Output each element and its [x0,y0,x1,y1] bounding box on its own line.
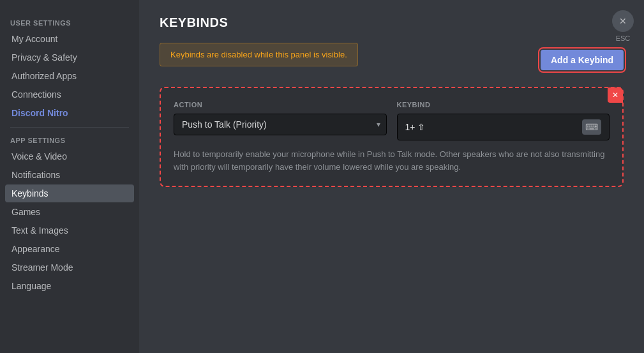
sidebar: USER SETTINGS My Account Privacy & Safet… [0,0,139,353]
top-bar: Keybinds are disabled while this panel i… [160,43,624,77]
sidebar-item-label: Keybinds [11,188,49,199]
warning-banner: Keybinds are disabled while this panel i… [160,43,358,66]
sidebar-item-my-account[interactable]: My Account [5,30,134,48]
sidebar-item-privacy-safety[interactable]: Privacy & Safety [5,49,134,66]
sidebar-item-connections[interactable]: Connections [5,86,134,103]
sidebar-item-notifications[interactable]: Notifications [5,166,134,184]
sidebar-item-voice-video[interactable]: Voice & Video [5,147,134,165]
sidebar-item-label: Streamer Mode [11,262,73,273]
main-content: ✕ ESC KEYBINDS Keybinds are disabled whi… [139,0,644,353]
sidebar-item-discord-nitro[interactable]: Discord Nitro [5,104,134,122]
action-column-label: ACTION [174,101,387,109]
keyboard-icon-button[interactable]: ⌨ [582,119,601,135]
sidebar-item-appearance[interactable]: Appearance [5,240,134,258]
sidebar-item-label: My Account [11,34,57,44]
user-settings-section-label: USER SETTINGS [5,15,134,29]
esc-container: ✕ ESC [612,10,634,42]
sidebar-item-text-images[interactable]: Text & Images [5,222,134,239]
page-title: KEYBINDS [160,15,624,30]
close-button[interactable]: ✕ [612,10,634,32]
sidebar-item-label: Text & Images [11,225,68,236]
sidebar-item-label: Voice & Video [11,151,67,161]
sidebar-item-label: Appearance [11,244,60,254]
sidebar-item-label: Notifications [11,170,60,180]
keybind-column: KEYBIND 1+ ⇧ ⌨ [397,101,610,140]
sidebar-item-label: Connections [11,89,61,100]
action-select[interactable]: Push to Talk (Priority) [174,114,387,135]
keybind-description: Hold to temporarily enable your micropho… [174,148,610,173]
keyboard-icon: ⌨ [585,122,598,132]
keybind-input-wrapper[interactable]: 1+ ⇧ ⌨ [397,114,610,140]
sidebar-item-authorized-apps[interactable]: Authorized Apps [5,67,134,85]
sidebar-item-label: Authorized Apps [11,71,77,81]
sidebar-item-label: Language [11,281,51,291]
keybind-close-icon[interactable]: ✕ [608,87,623,103]
add-keybind-button[interactable]: Add a Keybind [541,50,624,70]
sidebar-divider [10,127,129,128]
keybind-card: ✕ ACTION Push to Talk (Priority) ▾ KEYBI… [160,87,624,187]
sidebar-item-games[interactable]: Games [5,203,134,221]
action-select-wrapper: Push to Talk (Priority) ▾ [174,114,387,135]
sidebar-item-language[interactable]: Language [5,277,134,295]
sidebar-item-label: Games [11,207,40,217]
keybind-card-header: ACTION Push to Talk (Priority) ▾ KEYBIND… [174,101,610,140]
x-icon: ✕ [612,91,618,100]
esc-label: ESC [616,34,631,42]
app-settings-section-label: APP SETTINGS [5,133,134,147]
sidebar-item-streamer-mode[interactable]: Streamer Mode [5,259,134,276]
sidebar-item-label: Privacy & Safety [11,52,77,63]
keybind-column-label: KEYBIND [397,101,610,109]
sidebar-item-keybinds[interactable]: Keybinds [5,184,134,202]
keybind-value: 1+ ⇧ [405,122,583,132]
warning-text: Keybinds are disabled while this panel i… [170,50,347,59]
close-icon: ✕ [619,16,627,26]
sidebar-item-label: Discord Nitro [11,108,68,118]
action-column: ACTION Push to Talk (Priority) ▾ [174,101,387,140]
